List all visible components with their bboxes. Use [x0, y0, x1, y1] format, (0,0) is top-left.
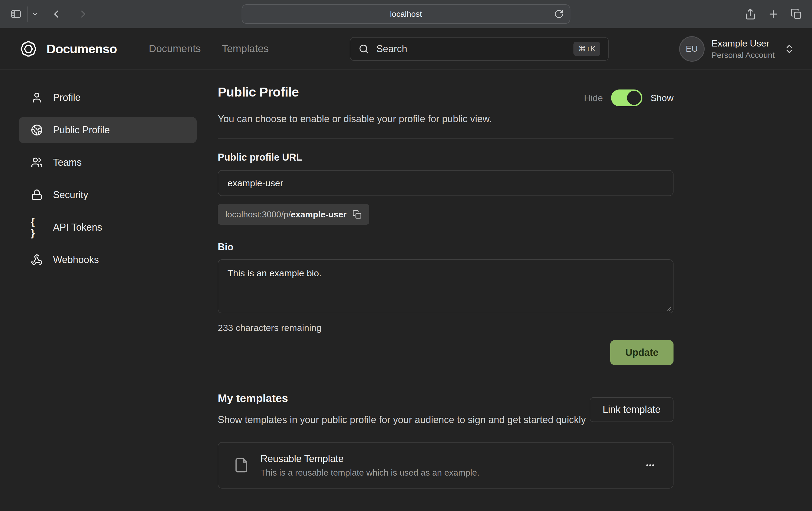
sidebar-panel-icon[interactable]	[10, 8, 22, 20]
characters-remaining: 233 characters remaining	[218, 323, 673, 333]
copy-icon	[352, 210, 361, 219]
sidebar-item-teams[interactable]: Teams	[19, 150, 197, 176]
profile-url-label: Public profile URL	[218, 152, 673, 163]
chevron-down-icon[interactable]	[31, 10, 38, 18]
template-description: This is a reusable template which is use…	[260, 468, 479, 478]
sidebar-item-label: API Tokens	[53, 222, 102, 233]
brand[interactable]: Documenso	[17, 38, 117, 60]
sidebar-item-label: Security	[53, 189, 88, 201]
sidebar-item-security[interactable]: Security	[19, 182, 197, 208]
user-name: Example User	[712, 37, 775, 49]
divider	[218, 138, 673, 139]
visibility-toggle-row: Hide Show	[584, 90, 673, 106]
sidebar-item-label: Public Profile	[53, 124, 110, 136]
reload-icon[interactable]	[554, 9, 564, 19]
users-icon	[31, 156, 43, 169]
toggle-knob	[627, 91, 641, 105]
webhook-icon	[31, 254, 43, 266]
ellipsis-icon	[644, 459, 656, 471]
user-account-type: Personal Account	[712, 50, 775, 60]
forward-button[interactable]	[77, 8, 89, 20]
share-icon[interactable]	[744, 8, 756, 20]
bio-textarea[interactable]: This is an example bio.	[218, 259, 673, 313]
copy-url-button[interactable]	[352, 210, 361, 219]
page-title: Public Profile	[218, 85, 299, 99]
chevrons-up-down-icon	[784, 43, 795, 54]
globe-icon	[31, 124, 43, 136]
profile-url-preview[interactable]: localhost:3000/p/example-user	[218, 204, 369, 225]
search-icon	[358, 43, 369, 54]
search-shortcut-badge: ⌘+K	[574, 42, 600, 56]
templates-title: My templates	[218, 392, 586, 405]
browser-chrome: localhost	[0, 0, 812, 28]
templates-header: My templates Show templates in your publ…	[218, 392, 586, 427]
url-text: localhost:3000/p/example-user	[225, 210, 347, 219]
brand-name: Documenso	[47, 41, 117, 56]
template-menu-button[interactable]	[643, 459, 658, 471]
main-content: Public Profile Hide Show You can choose …	[218, 85, 673, 488]
link-template-button[interactable]: Link template	[590, 397, 673, 422]
page-description: You can choose to enable or disable your…	[218, 113, 673, 125]
app-navbar: Documenso Documents Templates Search ⌘+K…	[0, 28, 812, 70]
sidebar-item-profile[interactable]: Profile	[19, 85, 197, 111]
address-url: localhost	[390, 9, 422, 19]
template-card: Reusable Template This is a reusable tem…	[218, 442, 673, 488]
lock-icon	[31, 189, 43, 201]
sidebar-item-label: Teams	[53, 157, 82, 168]
sidebar-item-api-tokens[interactable]: { } API Tokens	[19, 214, 197, 240]
nav-link-documents[interactable]: Documents	[149, 43, 201, 55]
search-bar[interactable]: Search ⌘+K	[350, 37, 609, 61]
braces-icon: { }	[31, 216, 43, 239]
nav-link-templates[interactable]: Templates	[222, 43, 269, 55]
hide-label: Hide	[584, 93, 603, 103]
back-button[interactable]	[50, 8, 62, 20]
sidebar-item-webhooks[interactable]: Webhooks	[19, 247, 197, 273]
url-slug: example-user	[291, 210, 347, 219]
sidebar-item-public-profile[interactable]: Public Profile	[19, 117, 197, 143]
documenso-logo-icon	[17, 38, 39, 60]
file-icon	[233, 457, 249, 473]
update-button[interactable]: Update	[610, 340, 673, 365]
tab-overview-icon[interactable]	[790, 8, 802, 20]
avatar: EU	[679, 36, 705, 62]
show-label: Show	[650, 93, 673, 103]
template-title: Reusable Template	[260, 453, 479, 464]
user-icon	[31, 92, 43, 103]
resize-handle-icon[interactable]	[665, 305, 671, 311]
address-bar[interactable]: localhost	[242, 4, 571, 24]
new-tab-plus-icon[interactable]	[767, 8, 779, 20]
settings-sidebar: Profile Public Profile	[19, 85, 197, 488]
url-prefix: localhost:3000/p/	[225, 210, 291, 219]
user-menu[interactable]: EU Example User Personal Account	[679, 36, 795, 62]
divider	[27, 6, 28, 22]
bio-label: Bio	[218, 241, 673, 253]
sidebar-item-label: Profile	[53, 92, 81, 103]
visibility-toggle[interactable]	[611, 90, 642, 106]
sidebar-item-label: Webhooks	[53, 254, 99, 266]
search-placeholder: Search	[376, 43, 407, 55]
profile-url-input[interactable]	[218, 170, 673, 196]
templates-description: Show templates in your public profile fo…	[218, 413, 586, 427]
